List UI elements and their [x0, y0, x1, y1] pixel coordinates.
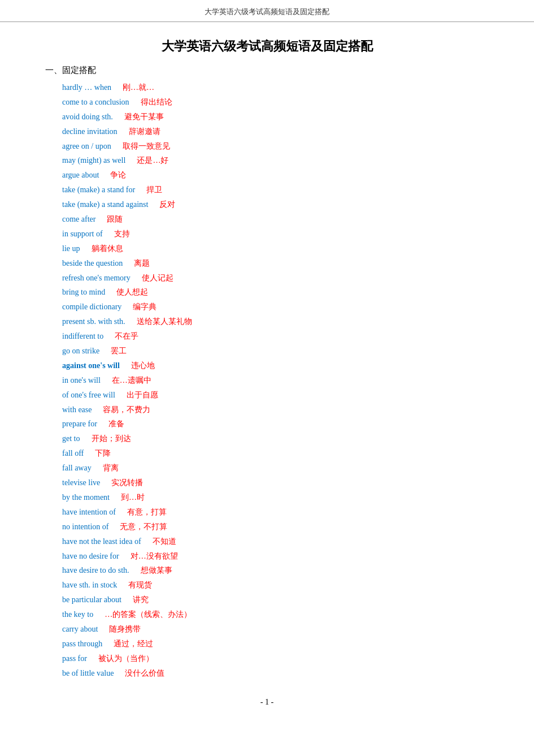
phrase-item: hardly … when 刚…就… [62, 80, 489, 95]
phrase-english: pass for [62, 654, 87, 663]
phrase-item: televise live 实况转播 [62, 476, 489, 490]
phrase-english: have no desire for [62, 552, 119, 560]
phrase-english: lie up [62, 244, 80, 253]
phrase-chinese: 通过，经过 [114, 640, 153, 648]
section1-title: 一、固定搭配 [45, 65, 489, 76]
phrase-spacer [129, 563, 141, 578]
phrase-item: fall away 背离 [62, 461, 489, 476]
phrase-item: have sth. in stock 有现货 [62, 578, 489, 593]
phrase-item: go on strike 罢工 [62, 344, 489, 358]
phrase-spacer [103, 227, 114, 241]
phrase-spacer [121, 300, 133, 314]
phrase-chinese: 在…遗嘱中 [112, 376, 151, 385]
phrase-item: get to 开始；到达 [62, 431, 489, 446]
phrase-spacer [113, 110, 124, 124]
phrase-spacer [93, 607, 105, 622]
phrase-item: avoid doing sth. 避免干某事 [62, 110, 489, 124]
phrase-spacer [92, 403, 103, 417]
phrase-chinese: 使人记起 [142, 274, 173, 282]
phrase-spacer [114, 666, 125, 681]
phrase-english: with ease [62, 405, 92, 414]
phrase-spacer [129, 95, 141, 110]
phrase-spacer [80, 241, 92, 256]
phrase-spacer [99, 168, 110, 183]
phrase-english: in support of [62, 230, 103, 238]
phrase-spacer [131, 271, 142, 286]
phrase-spacer [103, 329, 115, 344]
phrase-list: hardly … when 刚…就…come to a conclusion 得… [45, 80, 489, 681]
phrase-english: get to [62, 434, 80, 443]
phrase-chinese: 躺着休息 [92, 244, 123, 253]
phrase-spacer [141, 534, 153, 549]
phrase-english: take (make) a stand for [62, 185, 135, 194]
phrase-spacer [80, 431, 92, 446]
phrase-chinese: 罢工 [111, 347, 127, 355]
phrase-english: televise live [62, 478, 100, 487]
phrase-english: refresh one's memory [62, 274, 131, 282]
page-header: 大学英语六级考试高频短语及固定搭配 [0, 0, 534, 22]
phrase-english: have intention of [62, 508, 116, 516]
phrase-chinese: 违心地 [131, 361, 155, 370]
phrase-chinese: 支持 [114, 230, 130, 238]
phrase-item: come to a conclusion 得出结论 [62, 95, 489, 110]
phrase-item: beside the question 离题 [62, 256, 489, 271]
phrase-item: bring to mind 使人想起 [62, 285, 489, 300]
phrase-chinese: 避免干某事 [124, 113, 164, 121]
phrase-item: come after 跟随 [62, 212, 489, 227]
phrase-spacer [125, 314, 137, 329]
phrase-chinese: 有意，打算 [127, 508, 167, 516]
phrase-item: take (make) a stand against 反对 [62, 197, 489, 212]
phrase-item: in support of 支持 [62, 227, 489, 241]
phrase-chinese: …的答案（线索、办法） [105, 610, 192, 619]
phrase-spacer [111, 80, 123, 95]
phrase-item: fall off 下降 [62, 446, 489, 461]
phrase-english: come after [62, 215, 95, 223]
phrase-english: pass through [62, 640, 102, 648]
phrase-spacer [102, 637, 114, 651]
phrase-chinese: 得出结论 [141, 98, 172, 106]
phrase-item: indifferent to 不在乎 [62, 329, 489, 344]
phrase-item: refresh one's memory 使人记起 [62, 271, 489, 286]
phrase-chinese: 开始；到达 [92, 434, 131, 443]
phrase-item: the key to …的答案（线索、办法） [62, 607, 489, 622]
phrase-item: have no desire for 对…没有欲望 [62, 549, 489, 564]
phrase-chinese: 捍卫 [146, 185, 162, 194]
phrase-chinese: 还是…好 [137, 156, 168, 165]
phrase-item: pass through 通过，经过 [62, 637, 489, 651]
phrase-english: have not the least idea of [62, 537, 141, 546]
phrase-english: agree on / upon [62, 142, 111, 150]
phrase-english: go on strike [62, 347, 99, 355]
phrase-spacer [117, 578, 128, 593]
phrase-chinese: 送给某人某礼物 [137, 317, 192, 326]
phrase-chinese: 背离 [103, 464, 119, 472]
phrase-item: take (make) a stand for 捍卫 [62, 183, 489, 197]
phrase-item: have desire to do sth. 想做某事 [62, 563, 489, 578]
phrase-chinese: 被认为（当作） [98, 654, 154, 663]
page-footer: - 1 - [0, 698, 534, 718]
phrase-chinese: 没什么价值 [125, 669, 164, 677]
phrase-item: have not the least idea of 不知道 [62, 534, 489, 549]
phrase-chinese: 到…时 [121, 493, 145, 502]
phrase-spacer [97, 417, 108, 431]
phrase-spacer [105, 285, 116, 300]
phrase-item: present sb. with sth. 送给某人某礼物 [62, 314, 489, 329]
phrase-spacer [99, 344, 111, 358]
phrase-spacer [92, 461, 103, 476]
phrase-item: by the moment 到…时 [62, 490, 489, 505]
phrase-spacer [95, 212, 107, 227]
phrase-english: against one's will [62, 361, 120, 370]
phrase-chinese: 无意，不打算 [120, 522, 167, 531]
content-area: 一、固定搭配 hardly … when 刚…就…come to a concl… [0, 65, 534, 681]
phrase-chinese: 辞谢邀请 [129, 127, 160, 136]
phrase-chinese: 准备 [108, 420, 124, 428]
phrase-english: in one's will [62, 376, 101, 385]
phrase-chinese: 讲究 [133, 595, 149, 604]
phrase-english: have desire to do sth. [62, 566, 129, 574]
phrase-spacer [101, 373, 112, 388]
phrase-spacer [115, 388, 127, 403]
phrase-item: argue about 争论 [62, 168, 489, 183]
phrase-spacer [116, 505, 127, 520]
phrase-spacer [135, 183, 146, 197]
main-title: 大学英语六级考试高频短语及固定搭配 [0, 38, 534, 55]
header-title: 大学英语六级考试高频短语及固定搭配 [205, 7, 329, 16]
